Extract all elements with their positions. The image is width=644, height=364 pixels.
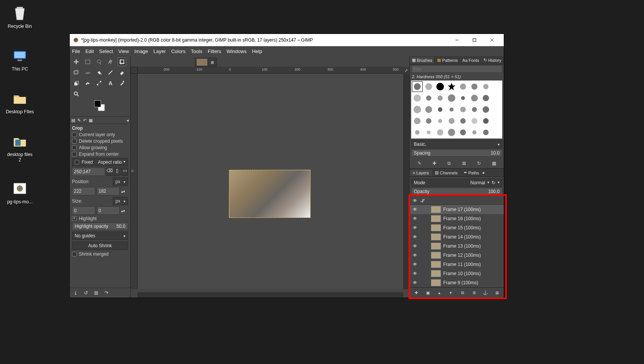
brush-item[interactable] [423,81,434,92]
zoom-tool[interactable] [72,90,80,98]
menu-windows[interactable]: Windows [226,48,247,54]
brush-item[interactable] [412,116,423,126]
brush-item[interactable] [481,104,491,115]
brush-item[interactable] [435,104,445,115]
auto-shrink-button[interactable]: Auto Shrink [72,242,128,250]
open-as-image-icon[interactable]: ▦ [490,160,497,167]
layer-row[interactable]: 👁Frame 13 (100ms) [410,242,504,251]
delete-brush-icon[interactable]: ⊠ [461,160,468,167]
text-tool[interactable]: A [106,79,115,87]
brush-item[interactable] [458,81,468,92]
brush-item[interactable] [481,127,491,138]
mode-switch-icon[interactable]: ↻ [492,180,495,185]
opacity-slider[interactable]: Opacity100.0 [411,188,502,195]
link-column-icon[interactable]: 🖇 [420,198,425,203]
edit-brush-icon[interactable]: ✎ [416,160,423,167]
document-tab[interactable]: ⊠ [195,58,217,67]
brush-item[interactable] [435,127,445,138]
smudge-tool[interactable] [83,79,92,87]
layer-row[interactable]: 👁Frame 14 (100ms) [410,232,504,242]
unified-transform-tool[interactable] [72,68,80,77]
vertical-ruler[interactable]: 0 [131,74,138,289]
brush-item[interactable] [412,81,423,92]
brush-item[interactable] [435,93,445,103]
anchor-layer-icon[interactable]: ⚓ [482,289,489,296]
brush-item[interactable] [435,81,445,92]
brush-grid[interactable]: for(let i=0;i<28;i++)document.write('<di… [411,81,502,139]
desktop-icon-folder-2[interactable]: desktop files 2 [5,132,34,163]
spacing-slider[interactable]: Spacing10.0 [411,149,502,157]
color-picker-tool[interactable] [118,79,126,87]
configure-tab-icon[interactable]: ◂ [127,118,129,123]
brush-item[interactable] [446,127,457,138]
layer-row[interactable]: 👁Frame 10 (100ms) [410,269,504,278]
menu-help[interactable]: Help [252,48,262,54]
canvas[interactable] [138,74,403,289]
layer-row[interactable]: 👁Frame 9 (100ms) [410,278,504,287]
landscape-icon[interactable]: ▭ [121,168,128,176]
brush-item[interactable] [423,127,434,138]
desktop-icon-recycle-bin[interactable]: Recycle Bin [5,4,34,29]
save-options-icon[interactable]: ⤓ [74,290,78,296]
brush-item[interactable] [469,93,480,103]
ratio-input[interactable] [72,168,105,176]
visibility-toggle-icon[interactable]: 👁 [412,262,418,267]
new-layer-icon[interactable]: ✚ [413,289,420,296]
visibility-toggle-icon[interactable]: 👁 [412,253,418,258]
tab-fonts[interactable]: AaFonts [460,57,481,63]
fixed-mode-dropdown[interactable]: Fixed Aspect ratio▾ [72,158,128,166]
horizontal-scrollbar[interactable] [138,292,403,298]
warp-tool[interactable] [83,68,92,77]
visibility-toggle-icon[interactable]: 👁 [412,216,418,221]
fg-color-swatch[interactable] [94,100,101,107]
delete-options-icon[interactable]: ⊠ [94,290,98,296]
layer-row[interactable]: 👁Frame 15 (100ms) [410,223,504,232]
size-unit-dropdown[interactable]: px▾ [113,197,128,205]
brush-item[interactable] [481,116,491,126]
guides-dropdown[interactable]: No guides▾ [72,232,128,240]
pos-x-input[interactable] [72,187,95,195]
raise-layer-icon[interactable]: ▴ [436,289,443,296]
size-w-input[interactable] [72,206,95,215]
desktop-icon-folder-1[interactable]: Desktop FIles [5,89,34,114]
tab-history[interactable]: ↻History [481,57,503,63]
ruler-origin[interactable] [131,67,138,74]
brush-item[interactable] [446,116,457,126]
brush-item[interactable] [412,104,423,115]
layers-list[interactable]: 👁Frame 17 (100ms)👁Frame 16 (100ms)👁Frame… [410,205,504,287]
quick-nav-icon[interactable]: ⤢ [403,67,409,74]
tab-channels[interactable]: ▥Channels [432,169,460,176]
paintbrush-tool[interactable] [106,68,115,77]
refresh-brush-icon[interactable]: ↻ [476,160,482,167]
clear-icon[interactable]: ⌫ [106,168,113,176]
brush-item[interactable] [458,116,468,126]
titlebar[interactable]: *[pg-tips-monkey] (imported)-2.0 (RGB co… [70,34,504,46]
visibility-toggle-icon[interactable]: 👁 [412,207,418,212]
checkbox[interactable] [72,139,77,143]
tab-patterns[interactable]: ▦Patterns [435,57,460,63]
brush-filter-input[interactable] [411,65,502,73]
layer-row[interactable]: 👁Frame 11 (100ms) [410,260,504,269]
image-on-canvas[interactable] [229,170,311,218]
brush-item[interactable] [435,116,445,126]
layer-row[interactable]: 👁Frame 12 (100ms) [410,251,504,260]
brush-item[interactable] [446,93,457,103]
brush-item[interactable] [469,81,480,92]
brush-item[interactable] [423,104,434,115]
device-status-tab-icon[interactable]: ✎ [77,118,81,123]
reset-options-icon[interactable]: ↷ [104,290,109,296]
menu-image[interactable]: Image [134,48,148,54]
restore-options-icon[interactable]: ↺ [84,290,88,296]
new-brush-icon[interactable]: ✚ [431,160,438,167]
brush-item[interactable] [412,127,423,138]
checkbox[interactable] [72,145,77,150]
new-group-icon[interactable]: ▣ [425,289,431,296]
visibility-toggle-icon[interactable]: 👁 [412,280,418,285]
brush-item[interactable] [458,127,468,138]
checkbox[interactable] [72,132,77,137]
menu-edit[interactable]: Edit [85,48,94,54]
close-tab-icon[interactable]: ⊠ [210,60,215,64]
menu-tools[interactable]: Tools [191,48,202,54]
tab-layers[interactable]: ≡Layers [410,170,432,176]
crop-tool[interactable] [118,58,126,66]
